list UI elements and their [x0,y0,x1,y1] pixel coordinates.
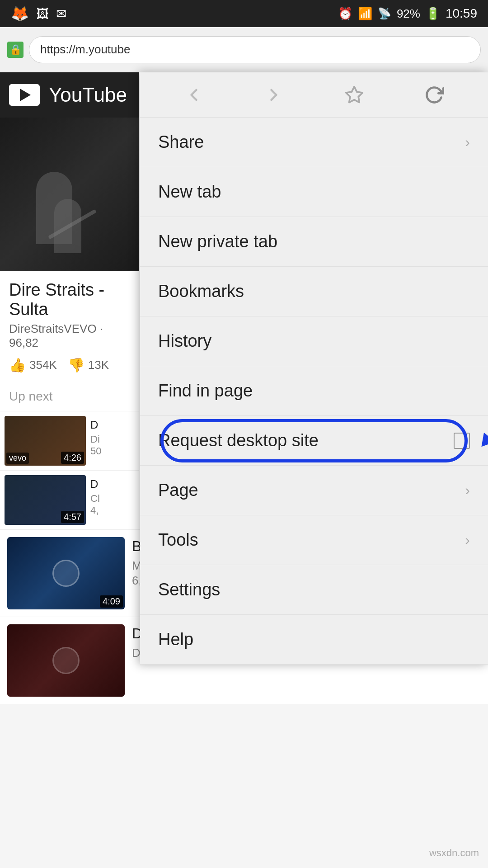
thumb-2: 4:57 [5,475,86,525]
wifi-icon: 📶 [358,7,372,21]
refresh-button[interactable] [416,77,452,113]
video-meta-1: D Di 50 [90,416,135,466]
dislike-number: 13K [88,358,109,372]
alarm-icon: ⏰ [338,7,352,21]
video-title: Dire Straits - Sulta [9,280,130,319]
status-time: 10:59 [446,6,477,21]
menu-item-new-private-tab-label: New private tab [158,232,277,251]
watermark: wsxdn.com [429,847,479,859]
menu-item-find-in-page[interactable]: Find in page [140,366,488,416]
youtube-title: YouTube [49,84,127,106]
channel-info: DireStraitsVEVO · 96,82 [9,322,130,350]
video-list-item-1[interactable]: vevo 4:26 D Di 50 [0,411,139,470]
page-wrapper: YouTube Dire Straits - Sulta DireStraits… [0,72,488,704]
up-next-label: Up next [0,382,139,411]
video-item-title-2: D [90,477,135,491]
page-arrow-icon: › [465,482,470,499]
youtube-header: YouTube [0,72,139,118]
menu-item-find-in-page-label: Find in page [158,381,253,401]
menu-item-history[interactable]: History [140,316,488,366]
menu-item-share[interactable]: Share › [140,118,488,167]
firefox-icon: 🦊 [11,5,29,22]
menu-item-new-tab-label: New tab [158,182,221,202]
signal-icon: 📡 [378,7,391,20]
duration-badge-full-1: 4:09 [100,595,123,608]
ssl-lock-icon: 🔒 [7,42,23,58]
menu-item-bookmarks[interactable]: Bookmarks [140,267,488,316]
thumb-circle-2 [52,647,80,674]
video-item-views-1: 50 [90,445,135,457]
forward-button[interactable] [256,77,292,113]
menu-item-history-label: History [158,331,211,351]
menu-item-request-desktop[interactable]: Request desktop site [140,416,488,466]
battery-percentage: 92% [397,7,420,21]
status-left-icons: 🦊 🖼 ✉ [11,5,66,22]
svg-marker-0 [346,86,362,102]
menu-item-new-private-tab[interactable]: New private tab [140,217,488,267]
battery-icon: 🔋 [426,7,440,21]
video-info: Dire Straits - Sulta DireStraitsVEVO · 9… [0,271,139,382]
image-icon: 🖼 [36,6,49,21]
request-desktop-checkbox[interactable] [454,433,470,449]
video-item-title-1: D [90,418,135,432]
thumbup-icon: 👍 [9,357,26,373]
vevo-badge-1: vevo [6,453,29,464]
menu-item-share-label: Share [158,132,204,152]
menu-topbar [140,72,488,118]
like-number: 354K [29,358,57,372]
youtube-logo-box [9,84,40,106]
menu-item-help-label: Help [158,630,193,649]
menu-item-page[interactable]: Page › [140,466,488,515]
highlight-arrow [481,432,488,448]
duration-badge-2: 4:57 [61,511,84,523]
browser-menu: Share › New tab New private tab Bookmark… [140,72,488,665]
video-list-item-2[interactable]: 4:57 D Cl 4, [0,470,139,529]
share-arrow-icon: › [465,134,470,151]
menu-item-help[interactable]: Help [140,615,488,665]
browser-bar: 🔒 https://m.youtube [0,27,488,72]
menu-item-tools[interactable]: Tools › [140,515,488,565]
status-right-icons: ⏰ 📶 📡 92% 🔋 10:59 [338,6,477,21]
thumb-full-1: 4:09 [7,537,125,609]
menu-item-request-desktop-label: Request desktop site [158,431,319,450]
back-button[interactable] [176,77,212,113]
menu-item-bookmarks-label: Bookmarks [158,282,244,301]
menu-item-settings[interactable]: Settings [140,565,488,615]
thumb-circle-1 [52,560,80,587]
video-thumbnail-image [0,118,139,271]
thumbdown-icon: 👎 [68,357,84,373]
menu-item-page-label: Page [158,481,198,500]
video-item-channel-2: Cl [90,493,135,505]
tools-arrow-icon: › [465,532,470,548]
video-thumbnail[interactable] [0,118,139,271]
duration-badge-1: 4:26 [61,452,84,464]
email-icon: ✉ [56,6,66,21]
menu-item-tools-label: Tools [158,530,198,550]
menu-item-settings-label: Settings [158,580,220,599]
dislike-count[interactable]: 👎 13K [68,357,109,373]
url-bar[interactable]: https://m.youtube [29,36,481,63]
video-item-views-2: 4, [90,505,135,516]
video-meta-2: D Cl 4, [90,475,135,525]
video-item-channel-1: Di [90,434,135,445]
menu-item-new-tab[interactable]: New tab [140,167,488,217]
thumb-full-2 [7,624,125,697]
like-count[interactable]: 👍 354K [9,357,57,373]
status-bar: 🦊 🖼 ✉ ⏰ 📶 📡 92% 🔋 10:59 [0,0,488,27]
bookmark-star-button[interactable] [336,77,372,113]
youtube-play-icon [20,89,31,101]
like-bar: 👍 354K 👎 13K [9,357,130,373]
thumb-full-2-bg [7,624,125,697]
thumb-1: vevo 4:26 [5,416,86,466]
